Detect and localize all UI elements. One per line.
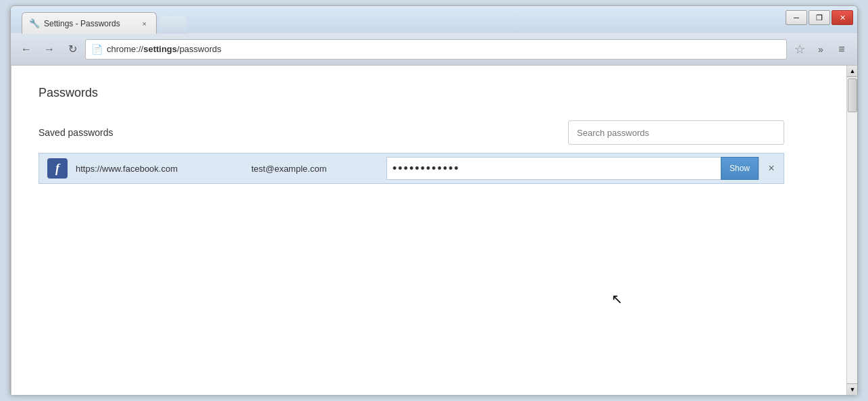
page-icon: 📄 [91, 44, 103, 55]
scrollbar: ▲ ▼ [846, 66, 857, 395]
scroll-down-button[interactable]: ▼ [847, 383, 857, 395]
bookmark-button[interactable]: ☆ [790, 39, 810, 60]
browser-window: ─ ❐ ✕ 🔧 Settings - Passwords × ← → [10, 5, 858, 394]
close-button[interactable]: ✕ [832, 10, 853, 25]
address-bar[interactable]: 📄 chrome://settings/passwords [85, 39, 787, 60]
saved-passwords-label: Saved passwords [39, 127, 113, 138]
site-favicon: f [47, 158, 68, 179]
address-text: chrome://settings/passwords [107, 44, 222, 54]
tab-title: Settings - Passwords [44, 19, 136, 28]
site-url: https://www.facebook.com [76, 164, 251, 174]
scroll-thumb[interactable] [848, 78, 857, 112]
active-tab[interactable]: 🔧 Settings - Passwords × [22, 12, 157, 34]
reload-button[interactable]: ↻ [62, 39, 82, 60]
tab-settings-icon: 🔧 [29, 18, 40, 28]
address-bold: settings [143, 44, 177, 54]
window-controls: ─ ❐ ✕ [786, 10, 853, 25]
delete-password-button[interactable]: × [759, 153, 784, 184]
extensions-button[interactable]: » [813, 41, 829, 57]
site-username: test@example.com [251, 164, 386, 174]
tab-close-button[interactable]: × [140, 18, 149, 29]
tab-bar: 🔧 Settings - Passwords × [16, 11, 192, 33]
page-content: Passwords Saved passwords f https://www.… [11, 66, 857, 395]
menu-button[interactable]: ≡ [832, 39, 852, 60]
page-title: Passwords [39, 86, 784, 100]
show-password-button[interactable]: Show [721, 157, 759, 180]
restore-button[interactable]: ❐ [809, 10, 830, 25]
scroll-up-button[interactable]: ▲ [847, 66, 857, 77]
forward-button[interactable]: → [39, 39, 59, 60]
section-header: Saved passwords [39, 120, 784, 145]
new-tab-button[interactable] [159, 16, 186, 34]
back-button[interactable]: ← [16, 39, 36, 60]
nav-bar: ← → ↻ 📄 chrome://settings/passwords ☆ » … [11, 33, 857, 66]
content-inner: Passwords Saved passwords f https://www.… [11, 66, 822, 395]
password-row: f https://www.facebook.com test@example.… [39, 153, 784, 184]
password-dots: •••••••••••• [387, 162, 721, 176]
password-field-container: •••••••••••• Show [386, 157, 759, 180]
title-bar: ─ ❐ ✕ 🔧 Settings - Passwords × [11, 6, 857, 33]
minimize-button[interactable]: ─ [786, 10, 807, 25]
search-passwords-input[interactable] [568, 120, 784, 145]
scroll-track [847, 77, 857, 383]
